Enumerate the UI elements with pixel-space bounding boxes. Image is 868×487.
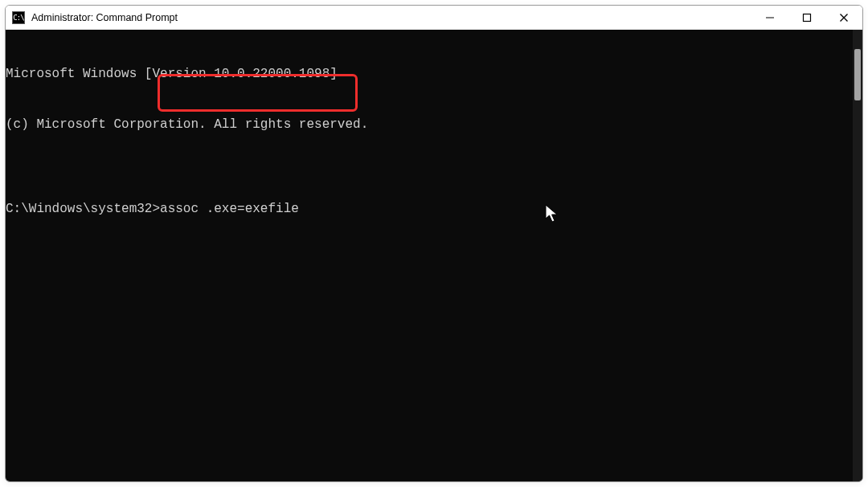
scrollbar-thumb[interactable] bbox=[854, 49, 861, 100]
console-line-version: Microsoft Windows [Version 10.0.22000.10… bbox=[6, 66, 853, 83]
cmd-app-icon: C:\ bbox=[12, 11, 25, 24]
vertical-scrollbar[interactable] bbox=[853, 30, 862, 481]
command-prompt-window: C:\ Administrator: Command Prompt Micros… bbox=[5, 5, 863, 482]
console-text: Microsoft Windows [Version 10.0.22000.10… bbox=[6, 30, 853, 481]
console-line-copyright: (c) Microsoft Corporation. All rights re… bbox=[6, 117, 853, 133]
console-prompt-line: C:\Windows\system32>assoc .exe=exefile bbox=[6, 201, 853, 218]
window-title: Administrator: Command Prompt bbox=[31, 12, 178, 23]
close-button[interactable] bbox=[825, 6, 862, 30]
minimize-button[interactable] bbox=[751, 6, 788, 30]
console-area[interactable]: Microsoft Windows [Version 10.0.22000.10… bbox=[6, 30, 862, 481]
console-command[interactable]: assoc .exe=exefile bbox=[160, 201, 299, 218]
close-icon bbox=[839, 13, 849, 23]
console-prompt: C:\Windows\system32> bbox=[6, 201, 160, 218]
minimize-icon bbox=[765, 13, 775, 23]
svg-rect-0 bbox=[766, 17, 774, 18]
maximize-icon bbox=[802, 13, 812, 23]
window-titlebar[interactable]: C:\ Administrator: Command Prompt bbox=[6, 6, 862, 30]
svg-rect-1 bbox=[804, 14, 811, 21]
maximize-button[interactable] bbox=[788, 6, 825, 30]
